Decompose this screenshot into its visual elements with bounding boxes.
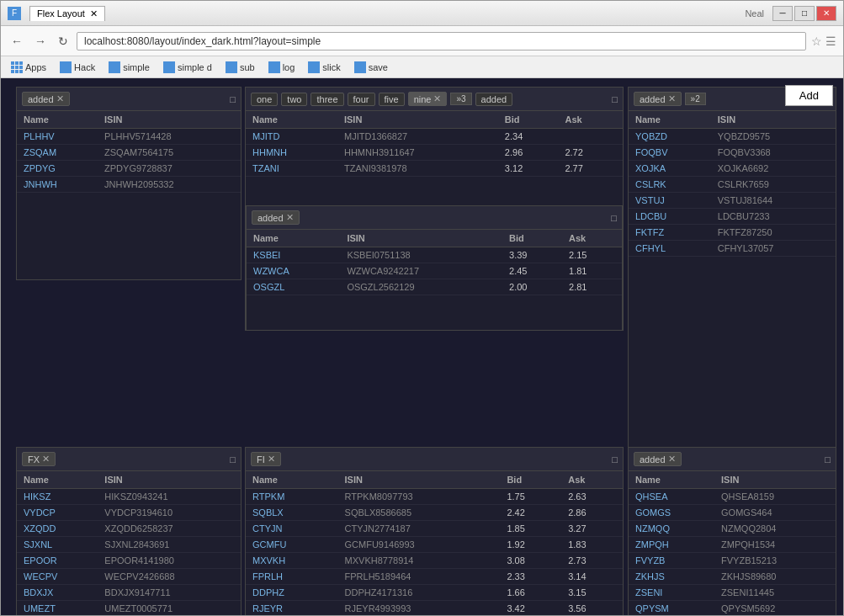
col-header-name-ia: Name: [247, 230, 340, 247]
tab-added-middle-label: added: [481, 94, 507, 104]
title-bar: F Flex Layout ✕ Neal ─ □ ✕: [1, 1, 843, 26]
col-header-name-tr: Name: [629, 111, 711, 129]
tab-nine-label: nine: [414, 94, 432, 104]
tab-overflow-3[interactable]: »3 six seven eight: [450, 93, 471, 105]
panel-top-left-header: added ✕ □: [17, 88, 241, 111]
tab-overflow-2-tr[interactable]: »2: [685, 93, 706, 105]
panel-top-middle-header: one two three four five nine ✕ »3 six: [246, 88, 623, 111]
table-row: XZQDDXZQDD6258237: [17, 521, 241, 537]
table-row: LDCBULDCBU7233: [629, 209, 836, 225]
panel-top-middle: one two three four five nine ✕ »3 six: [245, 87, 624, 331]
col-header-name-br: Name: [629, 471, 714, 489]
panel-fi-content: Name ISIN Bid Ask RTPKMRTPKM80977931.752…: [246, 471, 623, 615]
panel-top-left: added ✕ □ Name ISIN PLHHVPLHHV5714428ZSQ…: [16, 87, 242, 280]
tab-inner-added[interactable]: added ✕: [252, 210, 300, 225]
col-header-isin-fi: ISIN: [338, 471, 501, 489]
address-icons: ☆ ☰: [811, 35, 836, 48]
add-button[interactable]: Add: [785, 85, 833, 106]
table-row: CTYJNCTYJN27741871.853.27: [246, 521, 623, 537]
tab-fx-label: FX: [28, 454, 40, 465]
forward-button[interactable]: →: [31, 33, 50, 50]
url-input[interactable]: [77, 32, 806, 50]
col-header-isin-tl: ISIN: [98, 111, 241, 129]
table-row: YQBZDYQBZD9575: [629, 129, 836, 145]
bookmark-simple-d[interactable]: simple d: [160, 61, 215, 74]
tab-label: Flex Layout: [37, 8, 85, 19]
menu-icon[interactable]: ☰: [825, 35, 836, 48]
tab-fi-close[interactable]: ✕: [268, 454, 275, 465]
col-header-name-fi: Name: [246, 471, 338, 489]
star-icon[interactable]: ☆: [811, 35, 822, 48]
table-row: NZMQQNZMQQ2804: [629, 521, 836, 537]
address-bar: ← → ↻ ☆ ☰: [1, 26, 843, 56]
panel-top-middle-tabs: one two three four five nine ✕ »3 six: [251, 92, 512, 106]
table-row: FVYZBFVYZB15213: [629, 553, 836, 569]
tab-nine[interactable]: nine ✕: [408, 92, 448, 106]
bookmark-icon-simple-d: [163, 61, 175, 73]
tab-added-topleft[interactable]: added ✕: [22, 92, 70, 106]
tab-inner-added-close[interactable]: ✕: [286, 212, 294, 223]
tab-added-br-close[interactable]: ✕: [668, 454, 676, 465]
tab-two[interactable]: two: [281, 93, 307, 106]
hack-label: Hack: [74, 62, 95, 72]
tab-added-tr-close[interactable]: ✕: [668, 93, 676, 104]
panel-top-left-maximize[interactable]: □: [230, 94, 236, 104]
tab-fi-label: FI: [257, 454, 265, 465]
minimize-button[interactable]: ─: [772, 6, 793, 21]
bookmark-apps[interactable]: Apps: [8, 61, 50, 74]
panel-top-middle-table: Name ISIN Bid Ask MJITDMJITD13668272.34H…: [246, 111, 623, 177]
bookmark-simple[interactable]: simple: [105, 61, 153, 74]
tab-fx-close[interactable]: ✕: [42, 454, 50, 465]
table-row: GCMFUGCMFU91469931.921.83: [246, 537, 623, 553]
browser-tab[interactable]: Flex Layout ✕: [29, 6, 105, 21]
browser-content: Add added ✕ □ Name ISIN: [1, 78, 843, 615]
panel-fi: FI ✕ □ Name ISIN Bid Ask: [245, 447, 624, 615]
tab-one[interactable]: one: [251, 93, 278, 106]
bookmark-icon-hack: [60, 61, 72, 73]
tab-overflow-3-label: »3: [456, 94, 465, 104]
back-button[interactable]: ←: [8, 33, 26, 50]
col-header-ask-ia: Ask: [562, 230, 622, 247]
inner-added-table: Name ISIN Bid Ask KSBEIKSBEI07511383.392…: [247, 230, 622, 295]
table-row: WZWCAWZWCA92422172.451.81: [247, 263, 622, 279]
panel-bottom-right-maximize[interactable]: □: [825, 454, 831, 465]
maximize-button[interactable]: □: [794, 6, 815, 21]
bookmark-slick[interactable]: slick: [305, 61, 343, 74]
table-row: BDXJXBDXJX9147711: [17, 585, 241, 601]
panel-fi-maximize[interactable]: □: [612, 454, 618, 465]
panel-fx-table: Name ISIN HIKSZHIKSZ0943241VYDCPVYDCP319…: [17, 471, 241, 615]
panel-fx-maximize[interactable]: □: [230, 454, 236, 465]
tab-fi[interactable]: FI ✕: [251, 452, 281, 466]
inner-added-header: added ✕ □: [247, 206, 622, 230]
panel-top-left-tabs: added ✕: [22, 92, 70, 106]
bookmark-save[interactable]: save: [351, 61, 391, 74]
reload-button[interactable]: ↻: [55, 33, 72, 50]
panel-top-middle-maximize[interactable]: □: [612, 94, 618, 104]
table-row: UMEZTUMEZT0005771: [17, 601, 241, 616]
bookmark-hack[interactable]: Hack: [56, 61, 98, 74]
tab-added-middle[interactable]: added: [475, 93, 513, 106]
tab-added-topleft-close[interactable]: ✕: [56, 93, 64, 104]
save-label: save: [369, 62, 388, 72]
inner-added-maximize[interactable]: □: [611, 213, 617, 223]
table-row: GOMGSGOMGS464: [629, 505, 836, 521]
table-row: WECPVWECPV2426688: [17, 569, 241, 585]
bookmark-icon-sub: [226, 61, 237, 73]
close-button[interactable]: ✕: [816, 6, 836, 21]
bookmark-icon-simple: [109, 61, 120, 73]
bookmark-log[interactable]: log: [265, 61, 299, 74]
slick-label: slick: [322, 62, 340, 72]
bookmark-sub[interactable]: sub: [222, 61, 258, 74]
tab-fx[interactable]: FX ✕: [22, 452, 56, 466]
tab-added-br[interactable]: added ✕: [634, 452, 682, 466]
bookmark-icon-slick: [308, 61, 320, 73]
tab-three[interactable]: three: [311, 93, 343, 106]
tab-four[interactable]: four: [348, 93, 375, 106]
tab-nine-close[interactable]: ✕: [433, 93, 441, 104]
col-header-bid-ia: Bid: [502, 230, 562, 247]
tab-five[interactable]: five: [379, 93, 405, 106]
tab-added-tr[interactable]: added ✕: [634, 92, 682, 106]
col-header-isin-tr: ISIN: [711, 111, 836, 129]
panel-top-right-content: Name ISIN YQBZDYQBZD9575FOQBVFOQBV3368XO…: [629, 111, 836, 448]
app-icon: F: [8, 7, 21, 20]
